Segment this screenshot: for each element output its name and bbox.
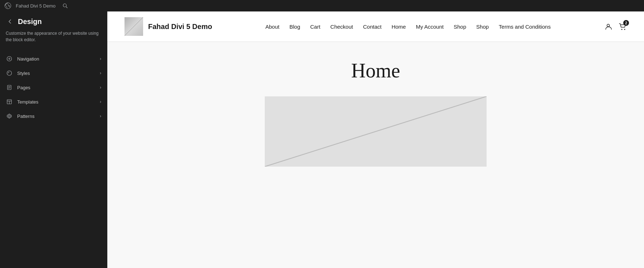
svg-point-16 [624, 29, 625, 30]
main-layout: Design Customize the appearance of your … [0, 11, 644, 268]
sidebar-item-styles[interactable]: Styles › [0, 66, 107, 80]
styles-icon [6, 70, 13, 77]
chevron-right-icon: › [100, 99, 101, 104]
cart-badge: 2 [623, 20, 629, 26]
page-content: Home [107, 42, 644, 268]
pages-icon [6, 84, 13, 91]
site-logo [125, 17, 143, 36]
chevron-right-icon: › [100, 114, 101, 119]
svg-point-14 [607, 24, 609, 27]
site-name: Fahad Divi 5 Demo [148, 23, 212, 31]
content-area: Fahad Divi 5 Demo About Blog Cart Checko… [107, 11, 644, 268]
svg-marker-12 [7, 114, 11, 118]
page-image-placeholder [265, 96, 487, 167]
nav-item-contact[interactable]: Contact [363, 24, 382, 30]
admin-bar-search-icon[interactable] [63, 3, 68, 8]
sidebar-item-templates-label: Templates [17, 99, 100, 105]
sidebar-item-patterns[interactable]: Patterns › [0, 109, 107, 123]
nav-item-blog[interactable]: Blog [289, 24, 300, 30]
chevron-right-icon: › [100, 56, 101, 61]
nav-item-cart[interactable]: Cart [310, 24, 320, 30]
chevron-right-icon: › [100, 85, 101, 90]
admin-bar: Fahad Divi 5 Demo [0, 0, 644, 11]
cart-icon-button[interactable]: 2 [618, 22, 627, 31]
svg-point-15 [621, 29, 622, 30]
sidebar-item-styles-label: Styles [17, 71, 100, 76]
nav-item-shop1[interactable]: Shop [454, 24, 466, 30]
chevron-right-icon: › [100, 71, 101, 76]
patterns-icon [6, 113, 13, 120]
sidebar-item-pages[interactable]: Pages › [0, 80, 107, 95]
sidebar-description: Customize the appearance of your website… [0, 30, 107, 49]
sidebar-item-navigation-label: Navigation [17, 56, 100, 62]
sidebar-item-templates[interactable]: Templates › [0, 95, 107, 109]
sidebar-nav: Navigation › Styles › [0, 49, 107, 126]
nav-item-shop2[interactable]: Shop [476, 24, 489, 30]
back-button[interactable] [6, 17, 14, 26]
wordpress-icon[interactable] [4, 2, 11, 9]
nav-item-terms[interactable]: Terms and Conditions [499, 24, 551, 30]
sidebar-item-navigation[interactable]: Navigation › [0, 52, 107, 66]
nav-item-my-account[interactable]: My Account [416, 24, 444, 30]
sidebar-header: Design [0, 11, 107, 30]
templates-icon [6, 98, 13, 105]
nav-item-home[interactable]: Home [391, 24, 406, 30]
account-icon-button[interactable] [604, 22, 613, 31]
navigation-icon [6, 55, 13, 62]
sidebar: Design Customize the appearance of your … [0, 11, 107, 268]
site-logo-area: Fahad Divi 5 Demo [125, 17, 212, 36]
nav-item-about[interactable]: About [265, 24, 279, 30]
nav-item-checkout[interactable]: Checkout [330, 24, 353, 30]
svg-line-2 [66, 7, 68, 8]
site-header: Fahad Divi 5 Demo About Blog Cart Checko… [107, 11, 644, 42]
svg-marker-13 [8, 115, 10, 117]
site-nav-icons: 2 [604, 22, 627, 31]
sidebar-title: Design [18, 18, 42, 26]
website-preview: Fahad Divi 5 Demo About Blog Cart Checko… [107, 11, 644, 268]
svg-point-4 [7, 71, 12, 76]
svg-point-0 [5, 3, 11, 9]
site-nav: About Blog Cart Checkout Contact Home My… [265, 24, 551, 30]
page-title: Home [351, 59, 400, 82]
sidebar-item-patterns-label: Patterns [17, 114, 100, 119]
sidebar-item-pages-label: Pages [17, 85, 100, 90]
admin-bar-title: Fahad Divi 5 Demo [16, 3, 55, 9]
